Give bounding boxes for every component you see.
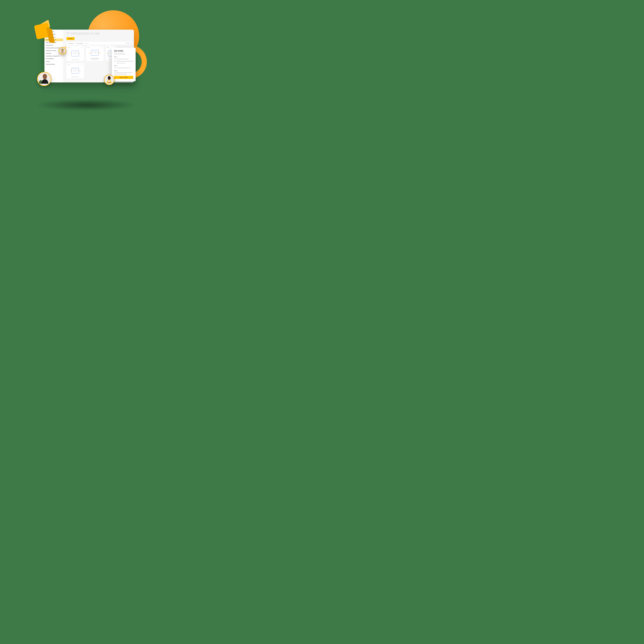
- sidebar-item-label: ISO certification: [46, 58, 54, 59]
- sidebar-item-documents-library[interactable]: Documents library: [44, 63, 63, 66]
- book-session-button[interactable]: Book a session: [114, 76, 133, 79]
- placeholder-line: [116, 63, 125, 63]
- placeholder-line: [116, 67, 131, 68]
- iso-popup: ISO 27001 Step 1 Step 2 Step 3 Book a se…: [112, 48, 136, 81]
- sidebar-item-label: Improvements: [46, 45, 53, 46]
- placeholder-line: [71, 77, 79, 77]
- card-menu-icon[interactable]: •••: [81, 64, 83, 65]
- card-menu-icon[interactable]: •••: [101, 47, 102, 48]
- sidebar-item-label: Leadership & management: [46, 55, 59, 57]
- placeholder-line: [71, 59, 79, 60]
- info-icon: [76, 43, 77, 44]
- placeholder-line: [114, 72, 132, 73]
- svg-rect-12: [108, 82, 111, 83]
- card-id: ID 67: [68, 64, 70, 65]
- placeholder-line: [91, 59, 99, 60]
- toolbar-filter[interactable]: Filter: [126, 43, 129, 44]
- check-icon: [114, 61, 116, 62]
- diagram-card[interactable]: ID 67 •••: [66, 63, 84, 78]
- card-menu-icon[interactable]: •••: [81, 47, 83, 48]
- svg-marker-3: [126, 43, 127, 44]
- sidebar-item-label: Measures & controls: [46, 50, 56, 51]
- sidebar-item-leadership-management[interactable]: Leadership & management: [44, 55, 63, 57]
- checklist-item[interactable]: [114, 61, 133, 62]
- placeholder-line: [118, 53, 124, 53]
- sidebar-item-iso-certification[interactable]: ISO certification: [44, 57, 63, 60]
- history-icon: [68, 43, 69, 44]
- sidebar-item-label: Security policies & procedures: [46, 47, 61, 49]
- placeholder-line: [116, 61, 133, 62]
- checklist-item[interactable]: [114, 67, 133, 69]
- sidebar-item-label: Archive: [46, 61, 50, 62]
- step-label: Step 1: [114, 56, 133, 57]
- diagram-icon: [71, 68, 79, 74]
- placeholder-line: [114, 54, 126, 55]
- avatar: [59, 47, 66, 55]
- sidebar-item-label: Documents library: [46, 64, 55, 65]
- step-label: Step 3: [114, 70, 133, 71]
- diagram-icon: [91, 50, 99, 56]
- popup-title: ISO 27001: [114, 50, 133, 52]
- card-label: AWS sata storage: [87, 58, 102, 59]
- avatar: [37, 72, 51, 86]
- card-id: ID 129: [68, 47, 70, 48]
- card-id: ID 35: [107, 47, 109, 48]
- toolbar-label: Procedure/info: [77, 43, 83, 44]
- placeholder-line: [114, 74, 127, 75]
- toolbar-procedure-info[interactable]: Procedure/info: [76, 43, 83, 44]
- card-id: ID 46: [87, 47, 90, 48]
- toolbar-activity-log[interactable]: Activity log: [68, 43, 74, 44]
- decorative-cube: [34, 22, 52, 41]
- placeholder-line: [116, 59, 129, 59]
- checklist-item[interactable]: [114, 58, 133, 60]
- diagram-icon: [71, 51, 79, 56]
- toolbar: Activity log Procedure/info 5 items Filt…: [66, 42, 131, 45]
- filter-icon: [126, 43, 127, 44]
- toolbar-item-count: 5 items: [85, 43, 88, 44]
- diagram-card[interactable]: ID 46 ••• AWS sata storage: [86, 46, 104, 61]
- sidebar-item-label: Operations: [46, 53, 51, 54]
- avatar: [104, 75, 114, 85]
- sidebar-item-improvements[interactable]: Improvements: [44, 44, 63, 47]
- add-new-button[interactable]: Add new: [66, 37, 75, 40]
- page-title: IT Infrustrcture X-ray: [66, 31, 131, 35]
- decorative-shadow: [36, 99, 137, 111]
- diagram-card[interactable]: ID 129 •••: [66, 46, 84, 61]
- check-icon: [114, 67, 116, 69]
- sidebar-item-archive[interactable]: Archive: [44, 60, 63, 63]
- toolbar-label: Filter: [127, 43, 129, 44]
- placeholder-line: [114, 53, 117, 53]
- step-label: Step 2: [114, 65, 133, 66]
- toolbar-label: Activity log: [69, 43, 74, 44]
- check-icon: [114, 58, 116, 60]
